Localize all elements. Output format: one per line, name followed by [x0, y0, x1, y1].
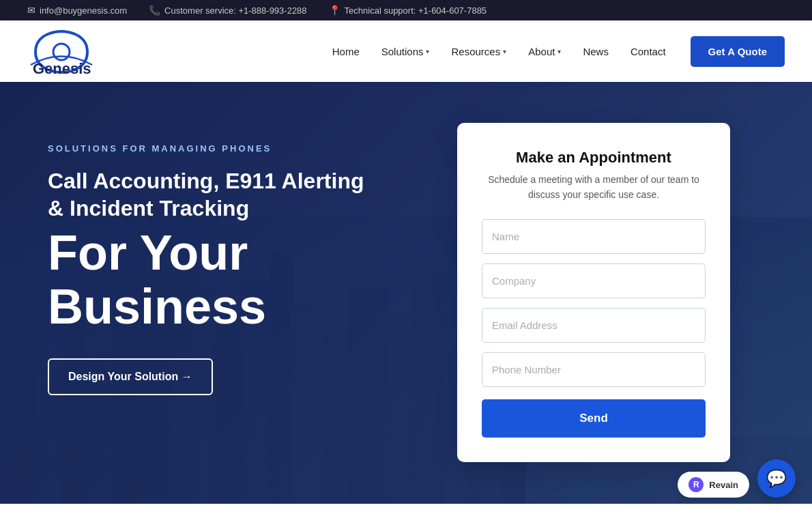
nav-item-about[interactable]: About ▾: [519, 40, 570, 63]
nav-item-resources[interactable]: Resources ▾: [441, 40, 516, 63]
phone-input[interactable]: [482, 352, 706, 387]
hero-subtitle: SOLUTIONS FOR MANAGING PHONES: [48, 143, 457, 154]
nav-item-news[interactable]: News: [573, 40, 618, 63]
hero-content: SOLUTIONS FOR MANAGING PHONES Call Accou…: [0, 82, 812, 503]
about-chevron-icon: ▾: [557, 48, 561, 55]
revain-bar[interactable]: R Revain: [678, 472, 749, 498]
hero-section: SOLUTIONS FOR MANAGING PHONES Call Accou…: [0, 82, 812, 504]
form-title: Make an Appointment: [482, 149, 706, 167]
resources-chevron-icon: ▾: [503, 48, 506, 55]
header: Genesis Home Solutions ▾ Resources ▾ Abo…: [0, 20, 812, 82]
topbar-email-text: info@buygenesis.com: [40, 5, 127, 16]
chat-icon: 💬: [766, 469, 787, 488]
nav-label-solutions: Solutions: [381, 46, 424, 57]
topbar-phone[interactable]: 📞 Customer service: +1-888-993-2288: [149, 5, 306, 16]
phone-icon: 📞: [149, 5, 160, 16]
topbar-email[interactable]: ✉ info@buygenesis.com: [27, 5, 127, 16]
email-icon: ✉: [27, 5, 35, 16]
company-input[interactable]: [482, 263, 706, 298]
nav-label-contact: Contact: [630, 46, 666, 57]
revain-label: Revain: [709, 480, 738, 490]
hero-heading-lg: For Your Business: [48, 226, 457, 334]
nav-label-resources: Resources: [451, 46, 500, 57]
name-input[interactable]: [482, 219, 706, 254]
logo[interactable]: Genesis: [27, 27, 136, 75]
hero-heading-sm: Call Accounting, E911 Alerting & Inciden…: [48, 167, 457, 222]
nav-item-contact[interactable]: Contact: [621, 40, 676, 63]
svg-text:Genesis: Genesis: [33, 60, 91, 75]
send-button[interactable]: Send: [482, 399, 706, 438]
nav-item-solutions[interactable]: Solutions ▾: [372, 40, 439, 63]
nav: Home Solutions ▾ Resources ▾ About ▾ New…: [323, 36, 785, 67]
svg-point-0: [53, 44, 70, 60]
nav-item-home[interactable]: Home: [323, 40, 369, 63]
chat-widget[interactable]: 💬: [757, 459, 796, 498]
nav-label-news: News: [583, 46, 609, 57]
topbar: ✉ info@buygenesis.com 📞 Customer service…: [0, 0, 812, 20]
nav-label-about: About: [528, 46, 555, 57]
topbar-support[interactable]: 📍 Technical support: +1-604-607-7885: [329, 5, 487, 16]
solutions-chevron-icon: ▾: [426, 48, 429, 55]
hero-left: SOLUTIONS FOR MANAGING PHONES Call Accou…: [48, 123, 457, 395]
nav-label-home: Home: [332, 46, 360, 57]
get-quote-button[interactable]: Get A Quote: [691, 36, 785, 67]
revain-icon: R: [688, 477, 704, 492]
pin-icon: 📍: [329, 5, 340, 16]
email-input[interactable]: [482, 308, 706, 343]
appointment-form-card: Make an Appointment Schedule a meeting w…: [457, 123, 730, 462]
topbar-tech-support-text: Technical support: +1-604-607-7885: [345, 5, 487, 16]
topbar-customer-service-text: Customer service: +1-888-993-2288: [164, 5, 306, 16]
design-solution-button[interactable]: Design Your Solution →: [48, 358, 213, 395]
logo-svg: Genesis: [27, 27, 136, 75]
form-subtitle: Schedule a meeting with a member of our …: [482, 172, 706, 203]
